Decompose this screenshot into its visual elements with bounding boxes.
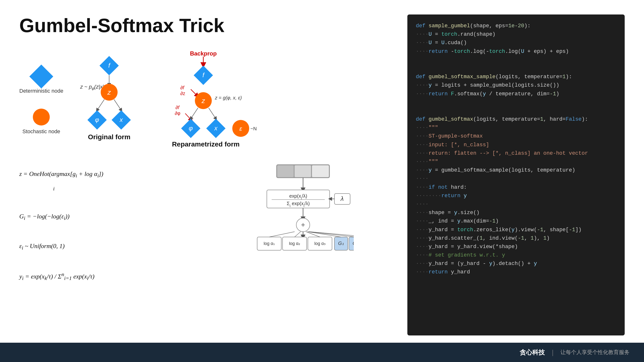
formula-index: i	[19, 183, 199, 195]
original-form-diagram: z ~ p φ (z|x) f z	[78, 49, 140, 131]
svg-text:z: z	[202, 97, 205, 104]
formulas: z = OneHot(argmax[gi + log αi]) i Gi = −…	[19, 167, 199, 284]
code-line-3: ····U = U.cuda()	[416, 39, 616, 47]
deterministic-node-icon	[30, 65, 53, 89]
svg-line-20	[191, 89, 197, 96]
formula-2: Gi = −log(−log(εi))	[19, 209, 199, 224]
code-line-22: ····# set gradients w.r.t. y	[416, 251, 616, 259]
code-line-11: ····input: [*, n_class]	[416, 141, 616, 149]
code-line-6: ····y = logits + sample_gumbel(logits.si…	[416, 81, 616, 89]
svg-text:z ~ p: z ~ p	[80, 84, 92, 90]
code-blank-3	[416, 98, 616, 107]
det-node-label: Deterministic node	[19, 88, 63, 94]
reparam-form-diagram: Backprop f ∂f ∂z	[155, 49, 256, 138]
footer-tagline: 让每个人享受个性化教育服务	[560, 349, 630, 356]
code-line-21: ····y_hard = y_hard.view(*shape)	[416, 243, 616, 251]
original-form: z ~ p φ (z|x) f z	[78, 49, 140, 143]
svg-text:x: x	[119, 116, 123, 123]
footer-divider: ｜	[550, 348, 556, 357]
svg-text:∂φ: ∂φ	[175, 110, 180, 116]
code-line-18: ····_, ind = y.max(dim=-1)	[416, 217, 616, 225]
code-line-19: ····y_hard = torch.zeros_like(y).view(-1…	[416, 226, 616, 234]
svg-text:+: +	[301, 221, 305, 229]
svg-text:x: x	[214, 124, 218, 132]
code-line-23: ····y_hard = (y_hard - y).detach() + y	[416, 259, 616, 268]
footer: 贪心科技 ｜ 让每个人享受个性化教育服务	[0, 343, 644, 362]
code-line-2: ····U = torch.rand(shape)	[416, 30, 616, 39]
svg-text:G₁: G₁	[338, 241, 344, 246]
diagram-section: Deterministic node Stochastic node z ~ p…	[19, 49, 393, 150]
code-line-16: ········return y	[416, 192, 616, 200]
svg-line-28	[209, 108, 216, 119]
gumbel-network-diagram: exp(xi/λ) Σi exp(xi/λ) λ +	[252, 162, 354, 254]
main-content: Gumbel-Softmax Trick Deterministic node …	[0, 0, 644, 343]
svg-line-27	[191, 108, 198, 119]
code-blank-2	[416, 64, 616, 73]
code-panel: def sample_gumbel(shape, eps=1e-20): ···…	[407, 14, 625, 336]
svg-line-26	[185, 113, 191, 120]
svg-text:log α₁: log α₁	[264, 241, 275, 246]
svg-text:ε: ε	[239, 125, 242, 132]
code-blank-1	[416, 56, 616, 64]
svg-rect-37	[277, 165, 294, 177]
svg-text:φ: φ	[189, 124, 193, 132]
svg-text:φ: φ	[95, 116, 99, 123]
code-line-20: ····y_hard.scatter_(1, ind.view(-1, 1), …	[416, 234, 616, 243]
svg-text:∂z: ∂z	[180, 91, 185, 96]
stoch-node-label: Stochastic node	[22, 128, 60, 135]
svg-text:log α₃: log α₃	[314, 241, 326, 246]
code-line-9: ····"""	[416, 124, 616, 132]
footer-brand: 贪心科技	[520, 348, 545, 357]
svg-rect-39	[312, 165, 329, 177]
legend: Deterministic node Stochastic node	[19, 49, 63, 135]
svg-text:~N(0,1): ~N(0,1)	[250, 126, 256, 131]
code-line-17: ····shape = y.size()	[416, 209, 616, 217]
code-line-24: ····return y_hard	[416, 268, 616, 276]
stoch-node-legend: Stochastic node	[22, 109, 60, 135]
svg-rect-38	[294, 165, 311, 177]
svg-text:∂f: ∂f	[180, 85, 185, 90]
code-line-8: def gumbel_softmax(logits, temperature=1…	[416, 115, 616, 124]
reparam-form-title: Reparametrized form	[172, 140, 240, 148]
svg-text:λ: λ	[340, 195, 344, 202]
svg-line-9	[114, 99, 121, 110]
page-title: Gumbel-Softmax Trick	[19, 14, 393, 37]
code-blank-6: ····	[416, 200, 616, 209]
formula-1: z = OneHot(argmax[gi + log αi])	[19, 167, 199, 182]
code-line-15: ····if not hard:	[416, 183, 616, 192]
svg-line-8	[97, 99, 104, 110]
svg-text:G₂: G₂	[352, 241, 354, 246]
formulas-block: z = OneHot(argmax[gi + log αi]) i Gi = −…	[19, 162, 199, 286]
code-blank-5: ····	[416, 174, 616, 183]
svg-text:∂f: ∂f	[176, 105, 180, 110]
stochastic-node-icon	[33, 109, 50, 125]
code-line-5: def gumbel_softmax_sample(logits, temper…	[416, 73, 616, 81]
left-panel: Gumbel-Softmax Trick Deterministic node …	[19, 14, 393, 336]
orig-form-title: Original form	[88, 133, 130, 141]
svg-line-65	[294, 232, 301, 237]
code-line-13: ····"""	[416, 158, 616, 166]
svg-text:φ: φ	[92, 86, 94, 90]
slide: Gumbel-Softmax Trick Deterministic node …	[0, 0, 644, 362]
code-blank-4	[416, 107, 616, 115]
svg-line-67	[308, 232, 341, 237]
code-line-4: ····return -torch.log(-torch.log(U + eps…	[416, 47, 616, 56]
gumbel-block: exp(xi/λ) Σi exp(xi/λ) λ +	[214, 162, 393, 254]
code-line-10: ····ST-gumple-softmax	[416, 132, 616, 140]
svg-text:log α₂: log α₂	[289, 241, 300, 246]
formula-3: εi ~ Uniform(0, 1)	[19, 239, 199, 254]
code-line-7: ····return F.softmax(y / temperature, di…	[416, 90, 616, 98]
svg-text:z: z	[107, 89, 111, 96]
code-line-1: def sample_gumbel(shape, eps=1e-20):	[416, 22, 616, 30]
svg-line-64	[269, 232, 294, 237]
det-node-legend: Deterministic node	[19, 68, 63, 94]
svg-text:Backprop: Backprop	[190, 50, 217, 57]
code-line-14: ····y = gumbel_softmax_sample(logits, te…	[416, 166, 616, 174]
svg-line-68	[308, 232, 354, 237]
bottom-section: z = OneHot(argmax[gi + log αi]) i Gi = −…	[19, 162, 393, 286]
reparam-form: Backprop f ∂f ∂z	[155, 49, 256, 150]
code-line-12: ····return: flatten --> [*, n_class] an …	[416, 149, 616, 158]
svg-text:z = g(φ, x, ε): z = g(φ, x, ε)	[215, 95, 242, 100]
formula-4: yi = exp(xk/τ) / Σni=1 exp(xi/τ)	[19, 269, 199, 285]
